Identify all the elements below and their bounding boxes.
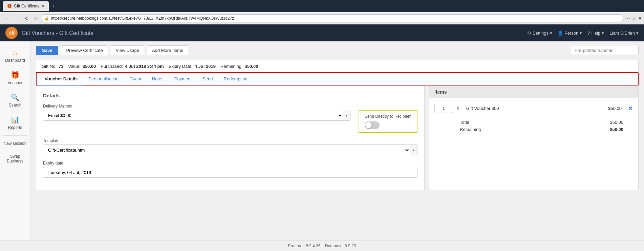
sidebar: ⌂ Dashboard 🎁 Voucher 🔍 Search 📊 Reports… [0, 41, 30, 240]
tab-personalisation[interactable]: Personalisation [83, 73, 124, 85]
help-chevron-icon: ▾ [602, 31, 604, 36]
tab-close-button[interactable]: ✕ [42, 4, 45, 8]
item-name: Gift Voucher $50 [466, 106, 605, 111]
active-tab[interactable]: 🎁 Gift Certificate ✕ [3, 1, 49, 11]
user-label: Liam O'Brien [609, 31, 635, 36]
delivery-method-group: Delivery Method Email $0.00 ▾ [43, 104, 417, 133]
browser-actions: ⋯ ☆ ≡ [625, 16, 641, 21]
sidebar-item-voucher[interactable]: 🎁 Voucher [0, 67, 30, 89]
swap-business-label: Swap Business [2, 154, 28, 163]
expiry-date-group: Expiry date [43, 161, 417, 178]
tab-title: Gift Certificate [14, 4, 40, 8]
remaining-row: Remaining $50.00 [434, 127, 633, 132]
sidebar-item-search[interactable]: 🔍 Search [0, 89, 30, 112]
value-label: Value: [68, 64, 81, 69]
url-text: https://secure.netbookings.com.au/test/G… [51, 16, 234, 21]
remaining-label: Remaining: [220, 64, 243, 69]
person-button[interactable]: 👤 Person ▾ [558, 31, 582, 36]
refresh-button[interactable]: ↻ [23, 15, 30, 22]
dashboard-icon: ⌂ [13, 49, 17, 57]
sidebar-item-new-session[interactable]: New session [0, 137, 30, 150]
remaining-amount: $50.00 [245, 64, 258, 69]
delivery-method-label: Delivery Method [43, 104, 417, 109]
page-footer: Program: 8.9.4.36 Database: 8.9.23 [0, 240, 644, 251]
search-icon: 🔍 [11, 93, 19, 101]
sidebar-item-dashboard[interactable]: ⌂ Dashboard [0, 45, 30, 67]
items-section-title: Items [429, 86, 638, 98]
tab-guest[interactable]: Guest [124, 73, 147, 85]
totals-section: Total $50.00 Remaining $50.00 [434, 117, 633, 132]
sidebar-item-reports[interactable]: 📊 Reports [0, 112, 30, 134]
back-button[interactable]: ← [3, 15, 11, 22]
database-version: Database: 8.9.23 [325, 244, 356, 248]
tab-notes[interactable]: Notes [147, 73, 169, 85]
two-col-layout: Details Delivery Method Email $0.00 ▾ [36, 85, 639, 190]
new-tab-button[interactable]: + [50, 2, 57, 10]
add-more-items-button[interactable]: Add More Items [147, 45, 188, 55]
items-body: X Gift Voucher $50 $50.00 ✕ Total $50.00 [429, 98, 638, 139]
gift-no-label: Gift No: [42, 64, 57, 69]
address-bar[interactable]: 🔒 https://secure.netbookings.com.au/test… [41, 14, 623, 22]
delete-item-button[interactable]: ✕ [628, 105, 633, 112]
browser-chrome: 🎁 Gift Certificate ✕ + [0, 0, 644, 12]
x-label: X [456, 106, 459, 111]
delivery-method-select[interactable]: Email $0.00 [43, 110, 343, 121]
app-subtitle: - Gift Certificate [56, 30, 93, 36]
send-directly-label: Send Directly to Recipient [365, 114, 411, 119]
total-row: Total $50.00 [434, 120, 633, 125]
sidebar-item-label: Search [8, 103, 21, 108]
pre-printed-input[interactable] [571, 46, 639, 55]
table-row: X Gift Voucher $50 $50.00 ✕ [434, 104, 633, 113]
details-panel: Details Delivery Method Email $0.00 ▾ [36, 85, 425, 190]
user-menu-button[interactable]: Liam O'Brien ▾ [609, 31, 639, 36]
tab-voucher-details[interactable]: Voucher Details [39, 73, 83, 85]
template-group: Template Gift-Certificate.htm ▾ [43, 138, 417, 155]
nav-bar: ← → ↻ ⌂ 🔒 https://secure.netbookings.com… [0, 12, 644, 24]
quantity-input[interactable] [434, 104, 453, 113]
item-price: $50.00 [608, 106, 622, 111]
items-panel: Items X Gift Voucher $50 $50.00 ✕ Total [429, 85, 639, 190]
tab-favicon: 🎁 [7, 4, 12, 8]
program-version: Program: 8.9.4.36 [288, 244, 321, 248]
gift-no-value: 73 [59, 64, 63, 69]
toggle-knob [365, 122, 371, 128]
sidebar-item-label: Dashboard [5, 58, 25, 63]
sidebar-item-swap-business[interactable]: Swap Business [0, 150, 30, 168]
content-area: Save Preview Certificate View Usage Add … [30, 41, 644, 240]
expiry-label: Expiry Date: [169, 64, 193, 69]
settings-icon: ⚙ [527, 31, 531, 36]
template-select-row: Gift-Certificate.htm ▾ [43, 144, 417, 155]
delivery-select-wrap: Email $0.00 ▾ [43, 110, 350, 121]
home-button[interactable]: ⌂ [33, 15, 39, 22]
voucher-icon: 🎁 [11, 71, 19, 79]
help-icon: ? [587, 31, 590, 36]
send-directly-toggle[interactable] [365, 121, 380, 129]
total-value: $50.00 [610, 120, 633, 125]
save-button[interactable]: Save [36, 46, 58, 55]
expiry-date-input[interactable] [43, 167, 417, 178]
tab-redemption[interactable]: Redemption [218, 73, 253, 85]
delivery-select-arrow[interactable]: ▾ [343, 110, 350, 121]
total-label: Total [434, 120, 469, 125]
view-usage-button[interactable]: View Usage [111, 45, 144, 55]
sidebar-divider [3, 135, 27, 136]
bookmark-button[interactable]: ☆ [632, 16, 637, 21]
forward-button[interactable]: → [13, 15, 21, 22]
person-chevron-icon: ▾ [580, 31, 582, 36]
remaining-label: Remaining [434, 127, 481, 132]
purchased-label: Purchased: [101, 64, 123, 69]
toolbar: Save Preview Certificate View Usage Add … [36, 45, 639, 55]
help-button[interactable]: ? Help ▾ [587, 31, 604, 36]
extensions-button[interactable]: ⋯ [625, 16, 630, 21]
tab-send[interactable]: Send [197, 73, 218, 85]
template-select-arrow[interactable]: ▾ [410, 144, 417, 155]
details-section-title: Details [43, 93, 417, 98]
tab-payment[interactable]: Payment [169, 73, 197, 85]
settings-button[interactable]: ⚙ Settings ▾ [527, 31, 552, 36]
sidebar-item-label: Reports [8, 125, 22, 130]
preview-certificate-button[interactable]: Preview Certificate [61, 45, 108, 55]
delivery-row: Email $0.00 ▾ Send Directly to Recipient [43, 110, 417, 133]
app-logo: n8 [5, 27, 18, 39]
more-menu-button[interactable]: ≡ [639, 16, 641, 21]
template-select[interactable]: Gift-Certificate.htm [43, 144, 410, 155]
